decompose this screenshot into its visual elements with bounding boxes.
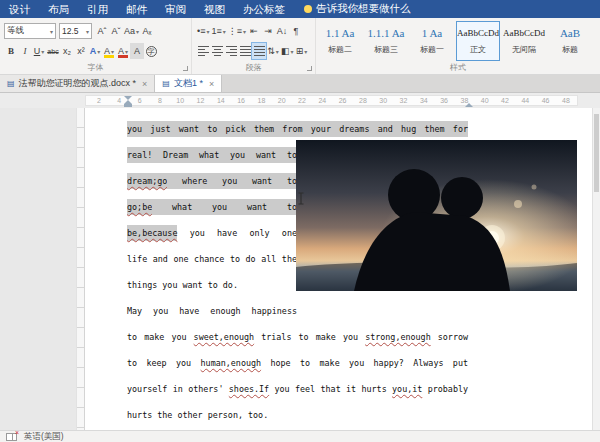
ribbon-tab-2[interactable]: 布局 <box>39 0 78 18</box>
text-line-10[interactable]: to keep you human,enough hope to make yo… <box>127 350 468 376</box>
document-tab-title: 文档1 * <box>174 77 203 90</box>
language-status[interactable]: 英语(美国) <box>24 431 64 442</box>
decrease-indent-button[interactable]: ⇤ <box>247 23 261 39</box>
ribbon-tab-5[interactable]: 审阅 <box>156 0 195 18</box>
subscript-button[interactable]: x₂ <box>60 43 74 59</box>
bullets-button[interactable]: •≡▾ <box>196 23 210 39</box>
shading-button[interactable]: ◧▾ <box>280 43 295 59</box>
distributed-button[interactable] <box>252 43 266 59</box>
text-line-11[interactable]: yourself in others' shoes.If you feel th… <box>127 376 468 402</box>
line-spacing-icon: ⇅ <box>267 47 275 56</box>
style-tile-4[interactable]: AaBbCcDd正文 <box>456 21 500 61</box>
underline-button[interactable]: U▾ <box>32 43 46 59</box>
proofing-status-icon[interactable] <box>6 433 17 441</box>
chevron-down-icon: ▾ <box>41 48 44 55</box>
font-tools-row2: BIU▾abcx₂x²A▾A▾A▾A字 <box>4 43 158 59</box>
ruler-number: 38 <box>460 97 468 104</box>
ruler-number: 42 <box>501 97 509 104</box>
document-tab-1[interactable]: ▤法帮助您证明您的观点.docx *× <box>0 75 155 92</box>
ribbon-tab-1[interactable]: 设计 <box>0 0 39 18</box>
document-tab-title: 法帮助您证明您的观点.docx * <box>19 77 137 90</box>
style-tile-6[interactable]: AaB标题 <box>548 21 592 61</box>
document-page[interactable]: you just want to pick them from your dre… <box>85 108 592 430</box>
dialog-launcher-icon[interactable] <box>307 66 312 71</box>
justify-button[interactable] <box>238 43 252 59</box>
grow-font-button[interactable]: Aˆ <box>95 23 109 39</box>
indent-marker-left[interactable] <box>124 96 133 107</box>
text-line-2[interactable]: real! Dream what you want to <box>127 142 297 168</box>
paragraph-marks-button[interactable]: ¶ <box>289 23 303 39</box>
ribbon-tab-4[interactable]: 邮件 <box>117 0 156 18</box>
font-name-select[interactable]: 等线 ▾ <box>4 23 56 39</box>
superscript-button[interactable]: x² <box>74 43 88 59</box>
clear-formatting-icon: Aₓ <box>143 27 152 36</box>
multilevel-list-button[interactable]: ⋮≡▾ <box>227 23 247 39</box>
shrink-font-button[interactable]: Aˇ <box>109 23 123 39</box>
text-effects-button[interactable]: A▾ <box>88 43 102 59</box>
borders-button[interactable]: ⊞▾ <box>295 43 309 59</box>
document-tab-2[interactable]: ▤文档1 *× <box>155 75 222 92</box>
inline-image[interactable] <box>296 140 577 291</box>
italic-button[interactable]: I <box>18 43 32 59</box>
text-line-1[interactable]: you just want to pick them from your dre… <box>127 116 468 142</box>
underline-icon: U <box>34 47 41 56</box>
bold-button[interactable]: B <box>4 43 18 59</box>
change-case-icon: Aa <box>124 27 135 36</box>
shrink-font-icon: Aˇ <box>112 27 121 36</box>
text-line-7[interactable]: things you want to do. <box>127 272 297 298</box>
decrease-indent-icon: ⇤ <box>250 27 258 36</box>
text-line-3[interactable]: dream;go where you want to <box>127 168 297 194</box>
style-tile-5[interactable]: AaBbCcDd无间隔 <box>502 21 546 61</box>
tell-me-box[interactable]: 告诉我你想要做什么 <box>304 2 411 16</box>
close-icon[interactable]: × <box>209 79 214 89</box>
chevron-down-icon: ▾ <box>125 48 128 55</box>
dialog-launcher-icon[interactable] <box>183 66 188 71</box>
ribbon-tab-6[interactable]: 视图 <box>195 0 234 18</box>
style-tile-1[interactable]: 1.1 Aa标题二 <box>318 21 362 61</box>
text-line-8[interactable]: May you have enough happiness <box>127 298 297 324</box>
document-icon: ▤ <box>7 79 15 88</box>
ruler-number: 14 <box>217 97 225 104</box>
style-tile-2[interactable]: 1.1.1 Aa标题三 <box>364 21 408 61</box>
font-color-button[interactable]: A▾ <box>116 43 130 59</box>
align-right-button[interactable] <box>224 43 238 59</box>
ribbon-tab-7[interactable]: 办公标签 <box>234 0 294 18</box>
ruler-number: 16 <box>237 97 245 104</box>
font-size-select[interactable]: 12.5 ▾ <box>59 23 92 39</box>
document-tab-bar: ▤法帮助您证明您的观点.docx *×▤文档1 *× <box>0 75 600 93</box>
enclose-character-button[interactable]: 字 <box>144 43 158 59</box>
ribbon-tab-3[interactable]: 引用 <box>78 0 117 18</box>
ruler-number: 12 <box>197 97 205 104</box>
style-name: 标题 <box>549 44 591 55</box>
text-line-9[interactable]: to make you sweet,enough trials to make … <box>127 324 468 350</box>
bold-icon: B <box>8 47 14 56</box>
numbering-icon: 1≡ <box>211 27 221 36</box>
style-tile-3[interactable]: 1 Aa标题一 <box>410 21 454 61</box>
text-line-4[interactable]: go;be what you want to <box>127 194 297 220</box>
align-left-button[interactable] <box>196 43 210 59</box>
text-line-6[interactable]: life and one chance to do all the <box>127 246 297 272</box>
ribbon-group-paragraph: •≡▾1≡▾⋮≡▾⇤⇥A↓¶ ⇅▾◧▾⊞▾ 段落 <box>192 18 316 74</box>
char-shading-icon: A <box>134 47 140 56</box>
strikethrough-button[interactable]: abc <box>46 43 60 59</box>
line-spacing-button[interactable]: ⇅▾ <box>266 43 280 59</box>
text-line-5[interactable]: be,because you have only one <box>127 220 297 246</box>
char-shading-button[interactable]: A <box>130 43 144 59</box>
sort-button[interactable]: A↓ <box>275 23 289 39</box>
chevron-down-icon: ▾ <box>276 48 279 55</box>
text-line-12[interactable]: hurts the other person, too. <box>127 402 468 428</box>
vertical-scrollbar[interactable] <box>592 108 600 430</box>
style-name: 正文 <box>457 44 499 55</box>
ruler-number: 34 <box>420 97 428 104</box>
style-preview: AaBbCcDd <box>457 25 499 42</box>
align-center-button[interactable] <box>210 43 224 59</box>
scrollbar-thumb[interactable] <box>594 114 599 192</box>
increase-indent-button[interactable]: ⇥ <box>261 23 275 39</box>
clear-formatting-button[interactable]: Aₓ <box>140 23 154 39</box>
close-icon[interactable]: × <box>142 79 147 89</box>
change-case-button[interactable]: Aa▾ <box>123 23 140 39</box>
text-highlight-button[interactable]: A▾ <box>102 43 116 59</box>
font-group-label: 字体 <box>0 62 191 73</box>
ribbon: 等线 ▾ 12.5 ▾ AˆAˇAa▾Aₓ BIU▾abcx₂x²A▾A▾A▾A… <box>0 18 600 75</box>
numbering-button[interactable]: 1≡▾ <box>210 23 226 39</box>
